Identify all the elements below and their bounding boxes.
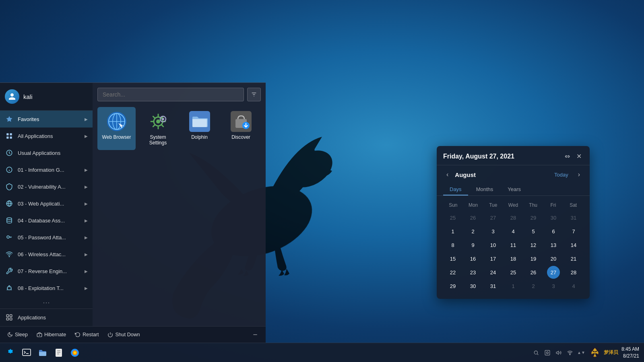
calendar-resize-icon[interactable]: ⇔ — [563, 152, 572, 161]
clock-icon — [5, 148, 14, 157]
cal-day-18[interactable]: 18 — [507, 252, 520, 265]
cal-day-25-prev[interactable]: 25 — [446, 211, 459, 224]
tray-network-icon[interactable] — [566, 349, 574, 357]
svg-point-12 — [9, 256, 10, 257]
cal-day-31[interactable]: 31 — [487, 280, 500, 292]
cal-day-28-prev[interactable]: 28 — [507, 211, 520, 224]
cal-day-1-next[interactable]: 1 — [507, 280, 520, 292]
sleep-button[interactable]: Sleep — [3, 329, 32, 340]
search-filter-button[interactable] — [247, 88, 261, 101]
chevron-right-icon-7: ▶ — [85, 235, 88, 240]
search-bar — [97, 88, 261, 101]
sidebar-item-01-info[interactable]: 01 - Information G... ▶ — [0, 161, 93, 178]
taskbar-file-manager-icon[interactable] — [35, 346, 50, 360]
cal-day-29[interactable]: 29 — [446, 280, 459, 292]
shutdown-button[interactable]: Shut Down — [103, 329, 144, 340]
sidebar-item-applications-nav[interactable]: Applications — [0, 309, 93, 326]
cal-day-11[interactable]: 11 — [507, 239, 520, 251]
sidebar-item-07-reverse[interactable]: 07 - Reverse Engin... ▶ — [0, 263, 93, 280]
chevron-right-icon-5: ▶ — [85, 202, 88, 206]
tray-search-icon[interactable] — [532, 349, 540, 357]
cal-day-30-prev[interactable]: 30 — [547, 211, 560, 224]
cal-day-20[interactable]: 20 — [547, 252, 560, 265]
cal-day-2-next[interactable]: 2 — [527, 280, 540, 292]
svg-point-53 — [74, 352, 76, 354]
sidebar-item-04-db[interactable]: 04 - Database Ass... ▶ — [0, 212, 93, 229]
cal-day-6[interactable]: 6 — [547, 225, 560, 238]
minimize-menu-button[interactable] — [248, 329, 262, 340]
cal-day-8[interactable]: 8 — [446, 239, 459, 251]
tray-updown-icon: ▲▼ — [577, 349, 585, 357]
cal-day-14[interactable]: 14 — [567, 239, 580, 251]
cal-day-15[interactable]: 15 — [446, 252, 459, 265]
cal-day-30[interactable]: 30 — [466, 280, 479, 292]
cal-day-4-next[interactable]: 4 — [567, 280, 580, 292]
restart-button[interactable]: Restart — [71, 329, 103, 340]
sidebar-item-06-wireless[interactable]: 06 - Wireless Attac... ▶ — [0, 246, 93, 263]
sidebar-item-favorites[interactable]: Favorites ▶ — [0, 111, 93, 128]
calendar-prev-button[interactable]: ‹ — [443, 169, 452, 180]
sidebar-item-05-pass[interactable]: 05 - Password Atta... ▶ — [0, 229, 93, 246]
sidebar-item-usual-applications[interactable]: Usual Applications — [0, 144, 93, 161]
cal-day-25[interactable]: 25 — [507, 266, 520, 279]
svg-point-56 — [547, 352, 549, 354]
cal-day-3[interactable]: 3 — [487, 225, 500, 238]
cal-day-3-next[interactable]: 3 — [547, 280, 560, 292]
taskbar-terminal-icon[interactable] — [19, 346, 34, 360]
tray-volume-icon[interactable] — [555, 349, 563, 357]
info-icon — [5, 165, 14, 174]
app-web-browser[interactable]: Web Browser — [97, 107, 136, 150]
sidebar-item-all-applications[interactable]: All Applications ▶ — [0, 128, 93, 144]
calendar-tab-years[interactable]: Years — [501, 184, 527, 195]
cal-day-1[interactable]: 1 — [446, 225, 459, 238]
cal-day-31-prev[interactable]: 31 — [567, 211, 580, 224]
main-content: Web Browser — [93, 83, 266, 343]
search-input[interactable] — [97, 88, 244, 101]
cal-day-10[interactable]: 10 — [487, 239, 500, 251]
scroll-indicator: ⋯ — [0, 296, 93, 309]
cal-day-24[interactable]: 24 — [487, 266, 500, 279]
cal-day-9[interactable]: 9 — [466, 239, 479, 251]
user-section[interactable]: kali — [0, 83, 93, 111]
sidebar-item-02-vuln[interactable]: 02 - Vulnerability A... ▶ — [0, 178, 93, 195]
sidebar-item-03-web[interactable]: 03 - Web Applicati... ▶ — [0, 195, 93, 212]
app-system-settings[interactable]: System Settings — [139, 107, 177, 150]
calendar-tab-days[interactable]: Days — [443, 184, 468, 195]
cal-day-5[interactable]: 5 — [527, 225, 540, 238]
cal-day-4[interactable]: 4 — [507, 225, 520, 238]
chevron-right-icon-3: ▶ — [85, 168, 88, 172]
cal-day-19[interactable]: 19 — [527, 252, 540, 265]
calendar-tab-months[interactable]: Months — [470, 184, 500, 195]
cal-day-23[interactable]: 23 — [466, 266, 479, 279]
taskbar-firefox-icon[interactable] — [68, 346, 82, 360]
calendar-close-icon[interactable]: ✕ — [575, 152, 583, 161]
sidebar-item-08-exploit[interactable]: 08 - Exploitation T... ▶ — [0, 280, 93, 296]
cal-day-7[interactable]: 7 — [567, 225, 580, 238]
cal-day-29-prev[interactable]: 29 — [527, 211, 540, 224]
app-discover[interactable]: Discover — [222, 107, 260, 150]
cal-day-28[interactable]: 28 — [567, 266, 580, 279]
taskbar-text-editor-icon[interactable] — [52, 346, 66, 360]
cal-day-27-today[interactable]: 27 — [547, 266, 560, 279]
cal-day-26[interactable]: 26 — [527, 266, 540, 279]
cal-day-22[interactable]: 22 — [446, 266, 459, 279]
chevron-right-icon-9: ▶ — [85, 269, 88, 274]
taskbar-clock[interactable]: 8:45 AM 8/27/21 — [621, 346, 639, 360]
svg-line-33 — [162, 125, 163, 127]
cal-day-16[interactable]: 16 — [466, 252, 479, 265]
taskbar-kali-icon[interactable] — [3, 346, 18, 360]
cal-day-27-prev[interactable]: 27 — [487, 211, 500, 224]
cal-day-17[interactable]: 17 — [487, 252, 500, 265]
calendar-next-button[interactable]: › — [575, 169, 583, 180]
apps-nav-icon — [5, 313, 14, 322]
cal-day-21[interactable]: 21 — [567, 252, 580, 265]
app-dolphin[interactable]: Dolphin — [180, 107, 219, 150]
cal-day-13[interactable]: 13 — [547, 239, 560, 251]
cal-day-26-prev[interactable]: 26 — [466, 211, 479, 224]
calendar-today-button[interactable]: Today — [551, 170, 572, 179]
svg-line-35 — [153, 125, 155, 127]
cal-day-2[interactable]: 2 — [466, 225, 479, 238]
tray-screenshot-icon[interactable] — [543, 349, 551, 357]
cal-day-12[interactable]: 12 — [527, 239, 540, 251]
hibernate-button[interactable]: Hibernate — [33, 329, 70, 340]
